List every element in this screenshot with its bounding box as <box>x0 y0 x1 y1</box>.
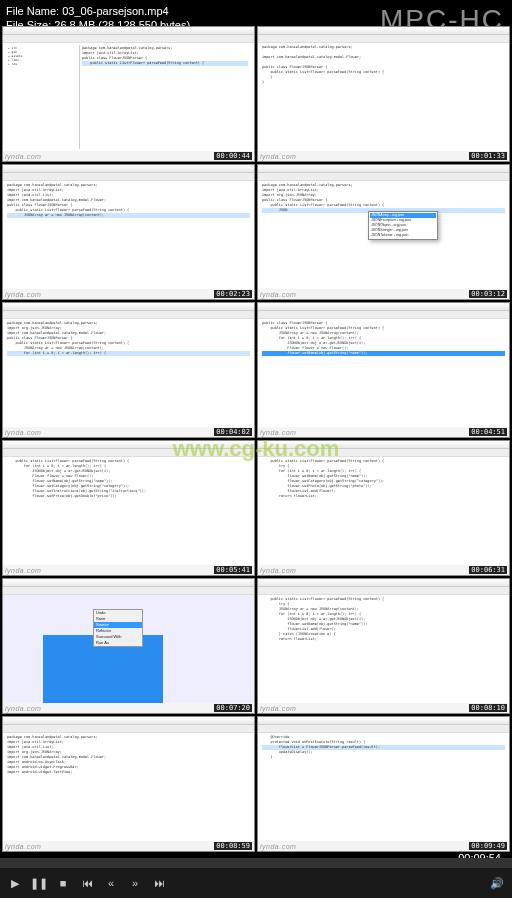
thumbnail[interactable]: public static List<Flower> parseFeed(Str… <box>257 440 510 576</box>
forward-button[interactable]: » <box>126 874 144 892</box>
code-editor: package com.hanselandpetal.catalog.parse… <box>3 733 254 841</box>
autocomplete-popup[interactable]: JSONArray - org.json JSONException - org… <box>368 211 438 240</box>
code-editor: package com.hanselandpetal.catalog.parse… <box>3 181 254 289</box>
file-name-value: 03_06-parsejson.mp4 <box>62 5 168 17</box>
mute-button[interactable]: 🔊 <box>488 874 506 892</box>
play-button[interactable]: ▶ <box>6 874 24 892</box>
project-explorer: ▸ src▸ gen▸ assets▸ libs▸ res <box>7 45 80 149</box>
thumbnail[interactable]: public class FlowerJSONParser { public s… <box>257 302 510 438</box>
timestamp: 00:00:44 <box>214 152 252 160</box>
file-name-label: File Name: <box>6 5 59 17</box>
code-editor: package com.hanselandpetal.catalog.parse… <box>80 45 250 149</box>
code-editor: public static List<Flower> parseFeed(Str… <box>3 457 254 565</box>
code-editor: public static List<Flower> parseFeed(Str… <box>258 595 509 703</box>
thumbnail[interactable]: Undo Save Source Refactor Surround With … <box>2 578 255 714</box>
code-editor: public static List<Flower> parseFeed(Str… <box>258 457 509 565</box>
code-editor: package com.hanselandpetal.catalog.parse… <box>3 319 254 427</box>
window-titlebar <box>3 27 254 35</box>
pause-button[interactable]: ❚❚ <box>30 874 48 892</box>
rewind-button[interactable]: « <box>102 874 120 892</box>
thumbnail[interactable]: ▸ src▸ gen▸ assets▸ libs▸ res package co… <box>2 26 255 162</box>
thumbnail[interactable]: package com.hanselandpetal.catalog.parse… <box>257 164 510 300</box>
thumbnail[interactable]: public static List<Flower> parseFeed(Str… <box>2 440 255 576</box>
context-menu[interactable]: Undo Save Source Refactor Surround With … <box>93 609 143 647</box>
stop-button[interactable]: ■ <box>54 874 72 892</box>
thumbnail[interactable]: package com.hanselandpetal.catalog.parse… <box>2 302 255 438</box>
thumbnail[interactable]: @Override protected void onPostExecute(S… <box>257 716 510 852</box>
code-editor: public class FlowerJSONParser { public s… <box>258 319 509 427</box>
menu-item[interactable]: Run As <box>94 640 142 646</box>
autocomplete-item[interactable]: JSONTokener - org.json <box>370 233 436 238</box>
code-editor: package com.hanselandpetal.catalog.parse… <box>258 43 509 151</box>
thumbnail-grid: ▸ src▸ gen▸ assets▸ libs▸ res package co… <box>0 24 512 854</box>
window-toolbar <box>3 35 254 43</box>
seek-bar[interactable] <box>0 858 512 868</box>
player-controls: ▶ ❚❚ ■ ⏮ « » ⏭ 🔊 <box>0 868 512 898</box>
thumbnail[interactable]: package com.hanselandpetal.catalog.parse… <box>2 164 255 300</box>
prev-button[interactable]: ⏮ <box>78 874 96 892</box>
thumbnail[interactable]: public static List<Flower> parseFeed(Str… <box>257 578 510 714</box>
thumbnail[interactable]: package com.hanselandpetal.catalog.parse… <box>257 26 510 162</box>
editor-body: ▸ src▸ gen▸ assets▸ libs▸ res package co… <box>3 43 254 151</box>
watermark: lynda.com <box>5 153 41 160</box>
next-button[interactable]: ⏭ <box>150 874 168 892</box>
thumbnail[interactable]: package com.hanselandpetal.catalog.parse… <box>2 716 255 852</box>
code-editor: @Override protected void onPostExecute(S… <box>258 733 509 841</box>
